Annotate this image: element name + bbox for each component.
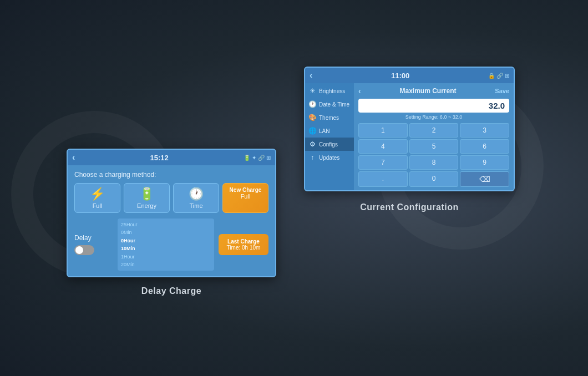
numpad-8[interactable]: 8 xyxy=(409,155,459,170)
choose-method-text: Choose a charging method: xyxy=(74,171,268,179)
datetime-icon: 🕐 xyxy=(308,100,316,108)
delay-time-25h[interactable]: 25Hour xyxy=(121,221,211,228)
themes-icon: 🎨 xyxy=(308,114,316,121)
energy-charge-label: Energy xyxy=(137,202,156,209)
full-charge-icon: ⚡ xyxy=(77,187,118,201)
header-icons-right: 🔒 🔗 ⊞ xyxy=(488,73,509,79)
header-time-left: 15:12 xyxy=(150,154,169,162)
delay-charge-screen: ‹ 15:12 🔋 ✦ 🔗 ⊞ Choose a charging method… xyxy=(67,149,276,277)
numpad-4[interactable]: 4 xyxy=(358,139,408,154)
charge-methods: ⚡ Full 🔋 Energy 🕐 Time New Charge Full xyxy=(74,183,268,213)
content-back-btn[interactable]: ‹ xyxy=(358,87,361,95)
battery-icon: 🔋 xyxy=(244,155,250,161)
new-charge-btn[interactable]: New Charge Full xyxy=(222,183,268,213)
numpad-delete[interactable]: ⌫ xyxy=(460,171,509,187)
numpad-7[interactable]: 7 xyxy=(358,155,408,170)
datetime-label: Date & Time xyxy=(319,101,349,108)
brightness-icon: ☀ xyxy=(308,87,316,95)
delay-time-0min[interactable]: 0Min xyxy=(121,228,211,236)
link-icon: 🔗 xyxy=(258,155,265,161)
current-config-screen: ‹ 11:00 🔒 🔗 ⊞ ☀ Brightness 🕐 Date & Time xyxy=(304,67,515,191)
grid-icon-right: ⊞ xyxy=(505,73,509,79)
content-title: Maximum Current xyxy=(399,87,456,95)
time-charge-icon: 🕐 xyxy=(176,187,216,201)
content-area: ‹ Maximum Current Save Setting Range: 6.… xyxy=(354,83,514,190)
sidebar-item-lan[interactable]: 🌐 LAN xyxy=(305,124,354,138)
sidebar-item-datetime[interactable]: 🕐 Date & Time xyxy=(305,98,354,111)
right-panel-caption: Current Configuration xyxy=(304,202,515,212)
signal-icon: ✦ xyxy=(252,155,256,161)
sidebar-item-themes[interactable]: 🎨 Themes xyxy=(305,111,354,124)
delay-time-10min[interactable]: 10Min xyxy=(121,245,211,252)
lan-label: LAN xyxy=(319,128,330,134)
screen-main-right: ☀ Brightness 🕐 Date & Time 🎨 Themes 🌐 LA… xyxy=(305,83,514,190)
numpad-1[interactable]: 1 xyxy=(358,123,408,138)
energy-charge-btn[interactable]: 🔋 Energy xyxy=(124,183,170,213)
lock-icon: 🔒 xyxy=(488,73,495,79)
left-panel-caption: Delay Charge xyxy=(67,286,276,296)
grid-icon: ⊞ xyxy=(266,155,271,161)
delay-toggle[interactable] xyxy=(74,245,94,255)
delay-left: Delay xyxy=(74,234,113,255)
time-charge-label: Time xyxy=(189,202,202,209)
left-panel: ‹ 15:12 🔋 ✦ 🔗 ⊞ Choose a charging method… xyxy=(67,149,276,296)
lan-icon: 🌐 xyxy=(308,127,316,135)
sidebar: ☀ Brightness 🕐 Date & Time 🎨 Themes 🌐 LA… xyxy=(305,83,354,190)
delay-time-20min[interactable]: 20Min xyxy=(121,261,211,268)
sidebar-item-brightness[interactable]: ☀ Brightness xyxy=(305,84,354,98)
configs-icon: ⚙ xyxy=(308,140,316,148)
last-charge-time: Time: 0h 10m xyxy=(224,245,263,251)
header-icons-left: 🔋 ✦ 🔗 ⊞ xyxy=(244,155,271,161)
save-button[interactable]: Save xyxy=(495,88,509,94)
numpad-dot[interactable]: . xyxy=(358,171,408,187)
content-header: ‹ Maximum Current Save xyxy=(358,87,509,95)
configs-label: Configs xyxy=(319,141,338,148)
range-hint: Setting Range: 6.0 ~ 32.0 xyxy=(358,114,509,120)
last-charge-title: Last Charge xyxy=(224,238,263,245)
energy-charge-icon: 🔋 xyxy=(126,187,167,201)
themes-label: Themes xyxy=(319,115,339,121)
updates-label: Updates xyxy=(319,155,339,161)
updates-icon: ↑ xyxy=(308,154,316,161)
numpad: 1 2 3 4 5 6 7 8 9 . 0 ⌫ xyxy=(358,123,509,187)
new-charge-sub: Full xyxy=(225,193,266,200)
screen-body-left: Choose a charging method: ⚡ Full 🔋 Energ… xyxy=(68,165,275,276)
numpad-3[interactable]: 3 xyxy=(460,123,509,138)
screen-header-right: ‹ 11:00 🔒 🔗 ⊞ xyxy=(305,68,514,83)
sidebar-item-configs[interactable]: ⚙ Configs xyxy=(305,138,354,151)
numpad-9[interactable]: 9 xyxy=(460,155,509,170)
current-value-input[interactable] xyxy=(358,99,509,113)
back-button-left[interactable]: ‹ xyxy=(72,153,75,162)
numpad-5[interactable]: 5 xyxy=(409,139,459,154)
new-charge-title: New Charge xyxy=(225,187,266,193)
delay-section: Delay 25Hour 0Min 0Hour 10Min 1Hour 20Mi… xyxy=(74,219,268,271)
link-icon-right: 🔗 xyxy=(496,73,503,79)
full-charge-btn[interactable]: ⚡ Full xyxy=(74,183,120,213)
back-button-right[interactable]: ‹ xyxy=(310,70,312,80)
header-time-right: 11:00 xyxy=(391,72,409,80)
right-panel: ‹ 11:00 🔒 🔗 ⊞ ☀ Brightness 🕐 Date & Time xyxy=(304,67,515,212)
time-charge-btn[interactable]: 🕐 Time xyxy=(173,183,219,213)
numpad-2[interactable]: 2 xyxy=(409,123,459,138)
screen-header-left: ‹ 15:12 🔋 ✦ 🔗 ⊞ xyxy=(68,150,275,165)
delay-time-1h[interactable]: 1Hour xyxy=(121,253,211,261)
numpad-0[interactable]: 0 xyxy=(409,171,459,187)
brightness-label: Brightness xyxy=(319,88,345,94)
delay-time-0h[interactable]: 0Hour xyxy=(121,237,211,245)
numpad-6[interactable]: 6 xyxy=(460,139,509,154)
sidebar-item-updates[interactable]: ↑ Updates xyxy=(305,151,354,164)
delay-label: Delay xyxy=(74,234,92,242)
full-charge-label: Full xyxy=(93,202,103,209)
last-charge-btn[interactable]: Last Charge Time: 0h 10m xyxy=(219,234,268,255)
delay-times[interactable]: 25Hour 0Min 0Hour 10Min 1Hour 20Min xyxy=(118,219,214,271)
